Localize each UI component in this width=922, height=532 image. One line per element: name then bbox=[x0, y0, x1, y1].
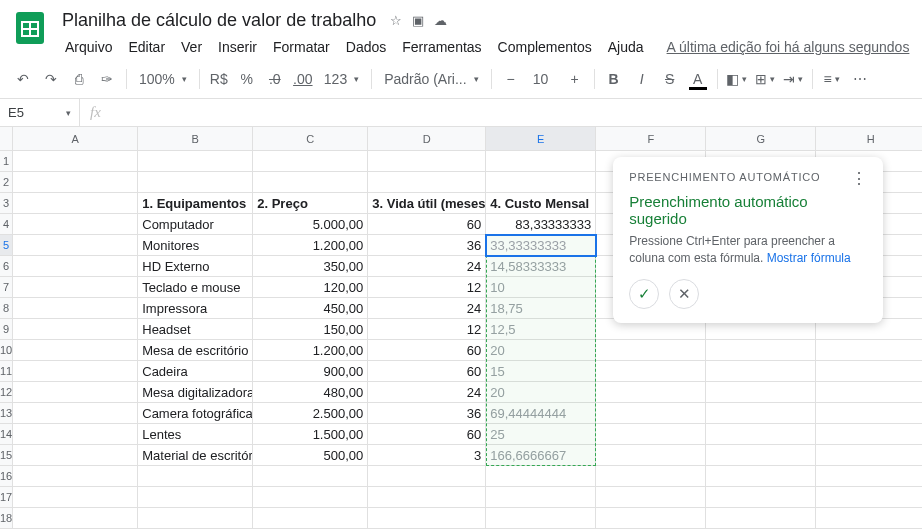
cell-H13[interactable] bbox=[816, 403, 922, 424]
formula-bar[interactable] bbox=[111, 99, 922, 126]
row-header-15[interactable]: 15 bbox=[0, 445, 13, 466]
italic-button[interactable]: I bbox=[629, 66, 655, 92]
font-select[interactable]: Padrão (Ari... bbox=[378, 71, 484, 87]
cell-G15[interactable] bbox=[706, 445, 816, 466]
reject-suggestion-button[interactable]: ✕ bbox=[669, 279, 699, 309]
cell-G18[interactable] bbox=[706, 508, 816, 529]
cell-C16[interactable] bbox=[253, 466, 368, 487]
percent-button[interactable]: % bbox=[234, 66, 260, 92]
cell-H17[interactable] bbox=[816, 487, 922, 508]
row-header-1[interactable]: 1 bbox=[0, 151, 13, 172]
cell-C3[interactable]: 2. Preço bbox=[253, 193, 368, 214]
last-edit-link[interactable]: A última edição foi há alguns segundos bbox=[667, 39, 910, 55]
row-header-10[interactable]: 10 bbox=[0, 340, 13, 361]
cell-G17[interactable] bbox=[706, 487, 816, 508]
cell-A6[interactable] bbox=[13, 256, 138, 277]
cell-B18[interactable] bbox=[138, 508, 253, 529]
cloud-icon[interactable]: ☁ bbox=[434, 13, 447, 28]
currency-button[interactable]: R$ bbox=[206, 66, 232, 92]
cell-B4[interactable]: Computador bbox=[138, 214, 253, 235]
font-size-increase[interactable]: + bbox=[562, 66, 588, 92]
menu-ver[interactable]: Ver bbox=[174, 35, 209, 59]
cell-E18[interactable] bbox=[486, 508, 596, 529]
cell-D10[interactable]: 60 bbox=[368, 340, 486, 361]
cell-D11[interactable]: 60 bbox=[368, 361, 486, 382]
cell-E17[interactable] bbox=[486, 487, 596, 508]
row-header-11[interactable]: 11 bbox=[0, 361, 13, 382]
cell-F14[interactable] bbox=[596, 424, 706, 445]
cell-G16[interactable] bbox=[706, 466, 816, 487]
cell-F11[interactable] bbox=[596, 361, 706, 382]
cell-H14[interactable] bbox=[816, 424, 922, 445]
cell-C18[interactable] bbox=[253, 508, 368, 529]
cell-D3[interactable]: 3. Vida útil (meses) bbox=[368, 193, 486, 214]
sheets-logo[interactable] bbox=[10, 8, 50, 48]
h-align-button[interactable]: ≡ bbox=[819, 66, 845, 92]
cell-F12[interactable] bbox=[596, 382, 706, 403]
cell-H10[interactable] bbox=[816, 340, 922, 361]
row-header-13[interactable]: 13 bbox=[0, 403, 13, 424]
cell-D2[interactable] bbox=[368, 172, 486, 193]
col-header-G[interactable]: G bbox=[706, 127, 816, 151]
cell-B7[interactable]: Teclado e mouse bbox=[138, 277, 253, 298]
cell-F13[interactable] bbox=[596, 403, 706, 424]
cell-B16[interactable] bbox=[138, 466, 253, 487]
row-header-2[interactable]: 2 bbox=[0, 172, 13, 193]
cell-C6[interactable]: 350,00 bbox=[253, 256, 368, 277]
accept-suggestion-button[interactable]: ✓ bbox=[629, 279, 659, 309]
cell-C1[interactable] bbox=[253, 151, 368, 172]
col-header-H[interactable]: H bbox=[816, 127, 922, 151]
cell-A10[interactable] bbox=[13, 340, 138, 361]
cell-E3[interactable]: 4. Custo Mensal bbox=[486, 193, 596, 214]
cell-D5[interactable]: 36 bbox=[368, 235, 486, 256]
cell-E13[interactable]: 69,44444444 bbox=[486, 403, 596, 424]
cell-A4[interactable] bbox=[13, 214, 138, 235]
cell-A9[interactable] bbox=[13, 319, 138, 340]
cell-A13[interactable] bbox=[13, 403, 138, 424]
cell-C5[interactable]: 1.200,00 bbox=[253, 235, 368, 256]
cell-D1[interactable] bbox=[368, 151, 486, 172]
cell-C17[interactable] bbox=[253, 487, 368, 508]
cell-C4[interactable]: 5.000,00 bbox=[253, 214, 368, 235]
cell-E8[interactable]: 18,75 bbox=[486, 298, 596, 319]
fill-color-button[interactable]: ◧ bbox=[724, 66, 750, 92]
print-icon[interactable]: ⎙ bbox=[66, 66, 92, 92]
cell-C13[interactable]: 2.500,00 bbox=[253, 403, 368, 424]
cell-G10[interactable] bbox=[706, 340, 816, 361]
cell-A12[interactable] bbox=[13, 382, 138, 403]
cell-B10[interactable]: Mesa de escritório bbox=[138, 340, 253, 361]
cell-A17[interactable] bbox=[13, 487, 138, 508]
cell-C10[interactable]: 1.200,00 bbox=[253, 340, 368, 361]
row-header-18[interactable]: 18 bbox=[0, 508, 13, 529]
cell-C15[interactable]: 500,00 bbox=[253, 445, 368, 466]
row-header-9[interactable]: 9 bbox=[0, 319, 13, 340]
cell-B2[interactable] bbox=[138, 172, 253, 193]
cell-B6[interactable]: HD Externo bbox=[138, 256, 253, 277]
zoom-select[interactable]: 100% bbox=[133, 71, 193, 87]
cell-B14[interactable]: Lentes bbox=[138, 424, 253, 445]
cell-A7[interactable] bbox=[13, 277, 138, 298]
cell-E5[interactable]: 33,33333333 bbox=[486, 235, 596, 256]
row-header-7[interactable]: 7 bbox=[0, 277, 13, 298]
cell-C9[interactable]: 150,00 bbox=[253, 319, 368, 340]
row-header-12[interactable]: 12 bbox=[0, 382, 13, 403]
cell-E9[interactable]: 12,5 bbox=[486, 319, 596, 340]
cell-H11[interactable] bbox=[816, 361, 922, 382]
cell-D16[interactable] bbox=[368, 466, 486, 487]
row-header-14[interactable]: 14 bbox=[0, 424, 13, 445]
cell-H12[interactable] bbox=[816, 382, 922, 403]
more-formats-button[interactable]: 123 bbox=[318, 71, 365, 87]
menu-dados[interactable]: Dados bbox=[339, 35, 393, 59]
cell-F16[interactable] bbox=[596, 466, 706, 487]
cell-D7[interactable]: 12 bbox=[368, 277, 486, 298]
cell-E12[interactable]: 20 bbox=[486, 382, 596, 403]
row-header-3[interactable]: 3 bbox=[0, 193, 13, 214]
cell-E14[interactable]: 25 bbox=[486, 424, 596, 445]
cell-B17[interactable] bbox=[138, 487, 253, 508]
redo-icon[interactable]: ↷ bbox=[38, 66, 64, 92]
row-header-4[interactable]: 4 bbox=[0, 214, 13, 235]
cell-D4[interactable]: 60 bbox=[368, 214, 486, 235]
cell-A14[interactable] bbox=[13, 424, 138, 445]
select-all-corner[interactable] bbox=[0, 127, 13, 151]
cell-B11[interactable]: Cadeira bbox=[138, 361, 253, 382]
